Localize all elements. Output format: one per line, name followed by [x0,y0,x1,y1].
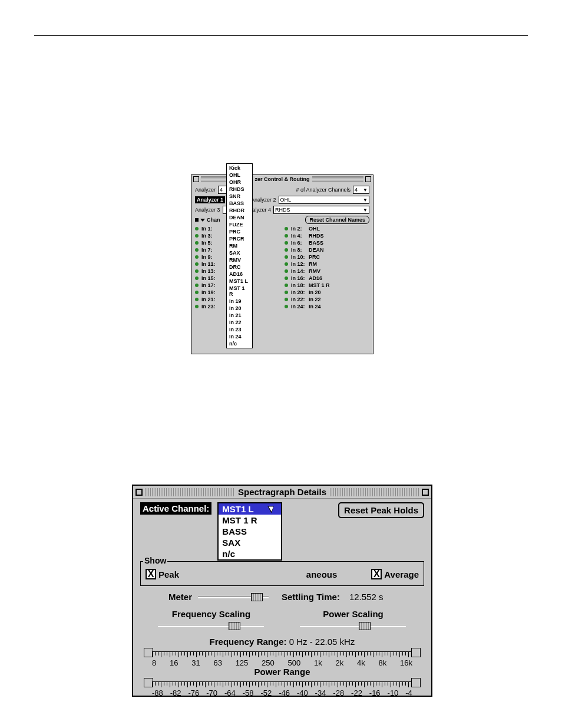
status-dot-icon [285,241,288,245]
status-dot-icon [195,255,199,259]
status-dot-icon [285,291,288,294]
zoom-icon[interactable] [422,489,429,496]
active-channel-option[interactable]: MST 1 R [219,515,281,526]
channel-row[interactable]: In 12:RM [285,261,369,267]
dropdown-item[interactable]: MST 1 R [227,285,252,298]
titlebar[interactable]: Spectragraph Details [133,486,431,499]
reset-peak-holds-button[interactable]: Reset Peak Holds [338,502,424,518]
dropdown-item[interactable]: FUZE [227,221,252,228]
average-checkbox[interactable]: XAverage [371,569,419,579]
analyzer-label: Analyzer [195,187,216,193]
dropdown-item[interactable]: In 21 [227,312,252,319]
close-icon[interactable] [193,176,199,182]
analyzer3-label: Analyzer 3 [195,207,220,213]
dropdown-item[interactable]: In 22 [227,319,252,326]
close-icon[interactable] [135,489,143,496]
dropdown-item[interactable]: MST1 L [227,278,252,285]
titlebar[interactable]: zer Control & Routing [191,175,373,183]
channel-row[interactable]: In 20:In 20 [285,289,369,295]
dropdown-item[interactable]: RMV [227,256,252,263]
status-dot-icon [195,248,199,252]
channel-row[interactable]: In 10:PRC [285,254,369,260]
analyzer4-select[interactable]: RHDS▼ [273,206,369,214]
reset-channel-names-button[interactable]: Reset Channel Names [305,216,369,224]
dropdown-item[interactable]: OHR [227,179,252,186]
cursor-icon [269,505,276,514]
chan-disclosure[interactable]: Chan [195,217,220,223]
dropdown-item[interactable]: DRC [227,263,252,271]
num-channels-label: # of Analyzer Channels [296,187,351,193]
freq-range-slider[interactable]: 81631631252505001k2k4k8k16k [144,648,421,664]
power-range-slider[interactable]: -88-82-76-70-64-58-52-46-40-34-28-22-16-… [144,678,421,694]
dropdown-item[interactable]: In 19 [227,298,252,305]
peak-checkbox[interactable]: XPeak [146,569,179,579]
status-dot-icon [285,248,288,252]
dropdown-item[interactable]: BASS [227,200,252,207]
active-channel-option[interactable]: MST1 L [219,503,281,515]
status-dot-icon [195,241,199,245]
analyzer2-select[interactable]: OHL▼ [279,196,369,204]
channel-dropdown[interactable]: KickOHLOHRRHDSSNRBASSRHDRDEANFUZEPRCPRCR… [226,163,253,348]
dropdown-item[interactable]: OHL [227,172,252,179]
dropdown-item[interactable]: PRCR [227,235,252,242]
status-dot-icon [195,284,199,287]
meter-slider[interactable] [198,592,269,602]
dropdown-item[interactable]: n/c [227,340,252,347]
dropdown-item[interactable]: RM [227,242,252,249]
channel-row[interactable]: In 24:In 24 [285,304,369,309]
active-channel-select[interactable]: MST1 LMST 1 RBASSSAXn/c [217,502,282,561]
channel-row[interactable]: In 16:AD16 [285,275,369,281]
channel-row[interactable]: In 8:DEAN [285,247,369,253]
status-dot-icon [285,276,288,280]
zoom-icon[interactable] [365,176,371,182]
show-legend: Show [143,556,167,565]
status-dot-icon [195,298,199,301]
dropdown-item[interactable]: DEAN [227,214,252,221]
freq-scaling-label: Frequency Scaling [172,609,250,619]
channel-row[interactable]: In 18:MST 1 R [285,282,369,288]
dropdown-item[interactable]: RHDR [227,207,252,214]
analyzer1-label[interactable]: Analyzer 1 [195,196,225,203]
show-group: Show XPeak aneous XAverage [140,561,424,586]
status-dot-icon [195,305,199,308]
dropdown-item[interactable]: RHDS [227,186,252,193]
instantaneous-label-fragment: aneous [306,569,338,579]
status-dot-icon [285,298,288,301]
channel-row[interactable]: In 6:BASS [285,240,369,246]
dropdown-item[interactable]: AD16 [227,271,252,278]
analyzer-control-window: zer Control & Routing Analyzer 4▼ # of A… [191,174,373,354]
channel-row[interactable]: In 14:RMV [285,268,369,274]
dropdown-item[interactable]: SNR [227,193,252,200]
window-title: zer Control & Routing [253,176,312,182]
dropdown-item[interactable]: In 23 [227,326,252,333]
power-range-label: Power Range [140,667,424,677]
chevron-down-icon [200,219,205,222]
dropdown-item[interactable]: PRC [227,228,252,235]
channel-row[interactable]: In 2:OHL [285,226,369,232]
power-scaling-slider[interactable] [300,621,406,631]
num-channels-select[interactable]: 4▼ [353,186,369,194]
status-dot-icon [195,276,199,280]
dropdown-item[interactable]: SAX [227,249,252,256]
dropdown-item[interactable]: In 24 [227,333,252,340]
dropdown-item[interactable]: Kick [227,164,252,172]
channel-row[interactable]: In 4:RHDS [285,233,369,239]
active-channel-option[interactable]: n/c [219,548,281,559]
status-dot-icon [285,262,288,266]
status-dot-icon [285,255,288,259]
status-dot-icon [195,262,199,266]
dropdown-item[interactable]: In 20 [227,305,252,312]
status-dot-icon [285,227,288,230]
settling-time-label: Settling Time: [282,592,340,602]
status-dot-icon [285,234,288,238]
channel-row[interactable]: In 22:In 22 [285,297,369,302]
freq-scaling-slider[interactable] [158,621,264,631]
active-channel-option[interactable]: SAX [219,537,281,548]
spectragraph-details-window: Spectragraph Details Active Channel: MST… [132,485,432,697]
active-channel-option[interactable]: BASS [219,526,281,537]
active-channel-label: Active Channel: [140,502,211,515]
status-dot-icon [195,269,199,273]
analyzer2-label: Analyzer 2 [251,197,276,203]
status-dot-icon [195,291,199,294]
window-title: Spectragraph Details [234,487,330,497]
